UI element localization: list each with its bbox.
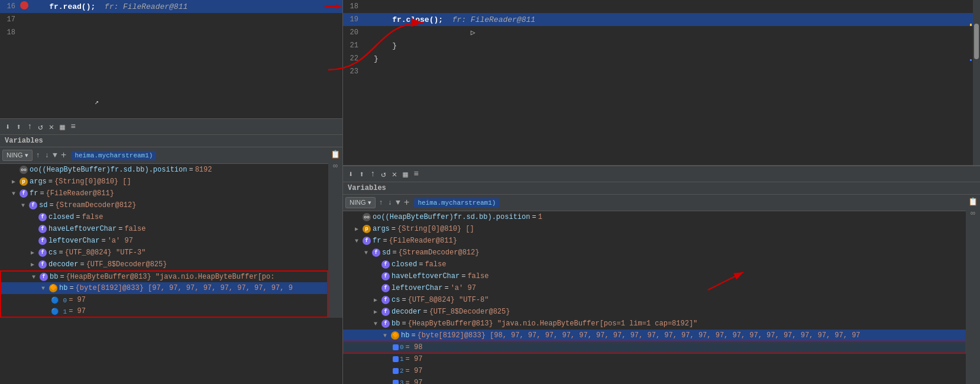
var-row-args-right[interactable]: ▶ p args = {String[0]@810} [] — [343, 223, 966, 235]
var-row-dec-left[interactable]: ▶ f decoder = {UTF_8$Decoder@825} — [0, 259, 328, 270]
thread-dropdown-right[interactable]: NING ▾ — [345, 197, 376, 208]
var-row-idx1-right[interactable]: 1 = 97 — [343, 353, 966, 365]
var-row-hlc-left[interactable]: f haveLeftoverChar = false — [0, 223, 328, 235]
add-btn-right[interactable]: + — [404, 198, 410, 208]
var-eq: = — [419, 260, 423, 269]
code-line-r21: 21 } — [343, 39, 980, 52]
var-body-right: NING ▾ ↑ ↓ ▼ + heima.mycharstream1) oo o… — [343, 195, 980, 384]
var-name: haveLeftoverChar — [48, 225, 117, 233]
var-row-hb-right[interactable]: ▼ 🔶 hb = {byte[8192]@833} [98, 97, 97, 9… — [343, 330, 966, 341]
var-row-idx3-right[interactable]: 3 = 97 — [343, 377, 966, 384]
stop-btn[interactable]: ✕ — [47, 121, 56, 133]
badge-f: f — [38, 237, 47, 245]
var-row-oo-right[interactable]: oo oo((HeapByteBuffer)fr.sd.bb).position… — [343, 211, 966, 223]
badge-f: f — [40, 273, 48, 281]
var-name: closed — [392, 260, 417, 269]
line-number-r23: 23 — [345, 67, 363, 76]
var-row-fr-right[interactable]: ▼ f fr = {FileReader@811} — [343, 235, 966, 247]
badge-f: f — [381, 296, 390, 304]
var-row-sd-right[interactable]: ▼ f sd = {StreamDecoder@812} — [343, 247, 966, 259]
var-eq: = — [59, 249, 63, 257]
var-row-idx2-right[interactable]: 2 = 97 — [343, 365, 966, 377]
var-name: haveLeftoverChar — [392, 272, 460, 280]
up-arrow-right[interactable]: ↑ — [378, 198, 384, 208]
var-name: bb — [50, 273, 58, 281]
var-row-idx0-right[interactable]: 0 = 98 — [343, 341, 966, 353]
code-text-16: fr.read(); fr: FileReader@811 — [31, 2, 187, 11]
var-row-idx1-left[interactable]: 🔵 1 = 97 — [0, 306, 328, 318]
rerun-btn-r[interactable]: ↺ — [379, 168, 387, 180]
var-row-sd-left[interactable]: ▼ f sd = {StreamDecoder@812} — [0, 199, 328, 211]
thread-dropdown-left[interactable]: NING ▾ — [2, 150, 33, 161]
down-arrow-left[interactable]: ↓ — [44, 150, 50, 161]
var-name-closed: closed — [48, 213, 74, 221]
var-val: false — [467, 272, 489, 280]
code-text-r21: } — [374, 41, 397, 50]
step-into-btn[interactable]: ⬇ — [4, 121, 12, 133]
var-val: {HeapByteBuffer@813} "java.nio.HeapByteB… — [66, 273, 275, 281]
var-row-dec-right[interactable]: ▶ f decoder = {UTF_8$Decoder@825} — [343, 306, 966, 318]
var-row-hb-left[interactable]: ▼ 🔶 hb = {byte[8192]@833} [97, 97, 97, 9… — [0, 282, 328, 294]
var-row-oo-left[interactable]: oo oo((HeapByteBuffer)fr.sd.bb).position… — [0, 164, 328, 176]
var-row-closed-left[interactable]: f closed = false — [0, 211, 328, 223]
stop-btn-r[interactable]: ✕ — [390, 168, 399, 180]
var-row-loc-right[interactable]: f leftoverChar = 'a' 97 — [343, 282, 966, 294]
line-number-r18: 18 — [345, 2, 363, 11]
var-row-bb-right[interactable]: ▼ f bb = {HeapByteBuffer@813} "java.nio.… — [343, 318, 966, 330]
variables-panel-left: Variables NING ▾ ↑ ↓ ▼ + heima.mycharstr… — [0, 135, 342, 384]
scrollbar-thumb[interactable] — [974, 24, 979, 59]
up-arrow-left[interactable]: ↑ — [35, 150, 41, 161]
step-out-btn[interactable]: ↑ — [25, 121, 34, 133]
expand-arrow: ▼ — [383, 333, 389, 339]
side-icon-2[interactable]: ∞ — [333, 162, 338, 170]
scrollbar-right[interactable] — [973, 0, 980, 165]
filter-btn-right[interactable]: ▼ — [396, 198, 400, 207]
var-val: {FileReader@811} — [46, 189, 114, 198]
down-arrow-right[interactable]: ↓ — [387, 198, 393, 208]
side-icon-r1[interactable]: 📋 — [968, 197, 978, 206]
var-eq: = — [411, 331, 415, 340]
rerun-btn[interactable]: ↺ — [36, 121, 44, 133]
var-eq: = — [69, 284, 73, 292]
var-row-args-left[interactable]: ▶ p args = {String[0]@810} [] — [0, 176, 328, 188]
table-btn[interactable]: ▦ — [58, 121, 66, 133]
badge-f: f — [381, 272, 390, 280]
settings-btn[interactable]: ≡ — [69, 121, 77, 133]
add-btn-left[interactable]: + — [61, 150, 67, 161]
var-name: cs — [48, 249, 57, 257]
var-row-cs-right[interactable]: ▶ f cs = {UTF_8@824} "UTF-8" — [343, 294, 966, 306]
side-icon-r2[interactable]: ∞ — [971, 209, 975, 218]
var-row-hlc-right[interactable]: f haveLeftoverChar = false — [343, 270, 966, 282]
badge-f: f — [381, 320, 390, 328]
badge-f: f — [38, 225, 47, 233]
expand-arrow: ▼ — [12, 191, 18, 197]
var-row-idx0-left[interactable]: 🔵 0 = 97 — [0, 294, 328, 306]
var-row-fr-left[interactable]: ▼ f fr = {FileReader@811} — [0, 188, 328, 199]
code-line-17: 17 — [0, 13, 342, 26]
badge-p: p — [20, 178, 28, 186]
step-over-btn-r[interactable]: ⬆ — [357, 168, 366, 180]
side-icon-1[interactable]: 📋 — [331, 150, 340, 159]
var-row-bb-left[interactable]: ▼ f bb = {HeapByteBuffer@813} "java.nio.… — [0, 270, 328, 282]
step-out-btn-r[interactable]: ↑ — [368, 168, 377, 180]
var-idx: 🔵 0 — [51, 296, 67, 304]
var-row-cs-left[interactable]: ▶ f cs = {UTF_8@824} "UTF-3" — [0, 247, 328, 259]
badge-oo: oo — [20, 166, 28, 174]
line-number-17: 17 — [2, 15, 20, 24]
expand-arrow: ▼ — [41, 285, 47, 292]
table-btn-r[interactable]: ▦ — [401, 168, 409, 180]
code-line-16: 16 fr.read(); fr: FileReader@811 — [0, 0, 342, 13]
var-idx: 🔵 1 — [51, 308, 67, 315]
var-row-loc-left[interactable]: f leftoverChar = 'a' 97 — [0, 235, 328, 247]
var-row-closed-right[interactable]: f closed = false — [343, 259, 966, 270]
filter-btn-left[interactable]: ▼ — [53, 151, 57, 160]
var-name: hb — [401, 331, 409, 340]
expand-arrow: ▼ — [374, 321, 380, 327]
expand-arrow: ▼ — [21, 202, 27, 209]
step-over-btn[interactable]: ⬆ — [14, 121, 22, 133]
settings-btn-r[interactable]: ≡ — [412, 168, 421, 180]
step-into-btn-r[interactable]: ⬇ — [347, 168, 355, 180]
var-eq: = — [101, 237, 105, 245]
var-val-idx2: = 97 — [406, 367, 423, 375]
badge-oo: oo — [363, 213, 371, 221]
